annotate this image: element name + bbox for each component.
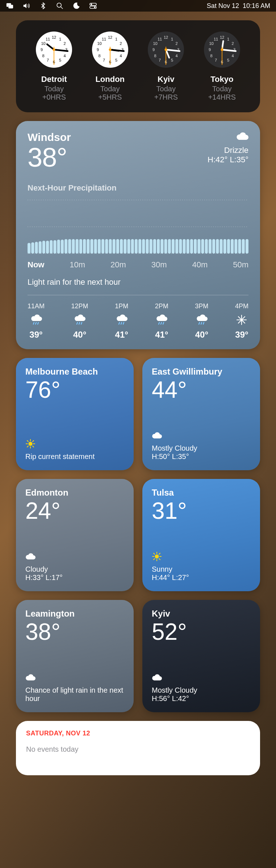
svg-rect-82	[35, 242, 38, 254]
svg-rect-111	[142, 239, 145, 254]
mission-control-icon[interactable]	[6, 2, 14, 10]
svg-line-173	[154, 553, 155, 554]
weather-card-east-gwillimbury[interactable]: East Gwillimbury 44° Mostly Cloudy H:50°…	[142, 358, 260, 470]
world-clock-kyiv: 121234567891011 KyivToday+7HRS	[138, 30, 194, 101]
card-condition: Rip current statement	[25, 452, 124, 461]
svg-text:11: 11	[214, 37, 218, 41]
svg-rect-121	[179, 239, 182, 254]
svg-line-152	[199, 322, 200, 324]
svg-text:2: 2	[64, 41, 66, 46]
svg-text:1: 1	[59, 37, 61, 41]
weather-card-melbourne-beach[interactable]: Melbourne Beach 76° Rip current statemen…	[16, 358, 134, 470]
hour-time: 12PM	[71, 302, 88, 310]
svg-line-164	[27, 441, 28, 442]
svg-text:5: 5	[227, 58, 229, 62]
weather-card-edmonton[interactable]: Edmonton 24° Cloudy H:33° L:17°	[16, 479, 134, 591]
svg-text:1: 1	[227, 37, 229, 41]
svg-rect-101	[105, 239, 108, 254]
menubar-clock[interactable]: Sat Nov 12 10:16 AM	[207, 2, 270, 10]
clock-day: Today	[138, 85, 194, 93]
svg-line-165	[33, 446, 34, 447]
svg-rect-88	[57, 240, 60, 254]
clock-day: Today	[194, 85, 250, 93]
svg-text:7: 7	[159, 58, 161, 62]
svg-text:8: 8	[98, 54, 100, 58]
volume-icon[interactable]	[22, 2, 30, 10]
svg-text:11: 11	[102, 37, 106, 41]
card-temp: 31°	[152, 499, 251, 522]
world-clock-tokyo: 121234567891011 TokyoToday+14HRS	[194, 30, 250, 101]
svg-rect-129	[209, 239, 212, 254]
card-city: Leamington	[25, 609, 124, 619]
clock-day: Today	[82, 85, 138, 93]
weather-card-kyiv[interactable]: Kyiv 52° Mostly Cloudy H:56° L:42°	[142, 600, 260, 712]
svg-rect-102	[109, 239, 112, 254]
svg-text:8: 8	[210, 54, 212, 58]
weather-card-tulsa[interactable]: Tulsa 31° Sunny H:44° L:27°	[142, 479, 260, 591]
clock-offset: +14HRS	[194, 93, 250, 101]
svg-rect-132	[219, 239, 222, 254]
svg-point-8	[94, 7, 96, 8]
cloud-icon	[25, 551, 124, 563]
svg-rect-103	[113, 239, 116, 254]
svg-rect-86	[50, 240, 53, 254]
card-temp: 44°	[152, 378, 251, 401]
svg-line-140	[33, 322, 34, 324]
svg-text:12: 12	[108, 35, 112, 39]
do-not-disturb-icon[interactable]	[72, 2, 80, 10]
svg-line-149	[159, 322, 159, 324]
svg-text:8: 8	[42, 54, 45, 58]
svg-point-6	[91, 4, 92, 5]
rain-icon	[28, 314, 45, 327]
svg-rect-94	[79, 239, 82, 254]
world-clock-london: 121234567891011 LondonToday+5HRS	[82, 30, 138, 101]
clock-offset: +5HRS	[82, 93, 138, 101]
svg-text:12: 12	[220, 35, 224, 39]
svg-text:1: 1	[115, 37, 117, 41]
precipitation-chart	[28, 198, 248, 256]
svg-text:5: 5	[171, 58, 173, 62]
svg-rect-137	[238, 239, 241, 254]
svg-text:9: 9	[152, 47, 155, 52]
calendar-date: SATURDAY, NOV 12	[26, 730, 250, 737]
card-temp: 24°	[25, 499, 124, 522]
hour-temp: 41°	[115, 330, 128, 340]
clock-offset: +7HRS	[138, 93, 194, 101]
svg-rect-92	[72, 239, 75, 254]
card-condition: Mostly Cloudy	[152, 686, 251, 694]
card-city: Kyiv	[152, 609, 251, 619]
world-clock-widget[interactable]: 121234567891011 DetroitToday+0HRS 121234…	[16, 20, 260, 112]
hour-temp: 40°	[195, 330, 208, 340]
clock-city: Kyiv	[138, 75, 194, 84]
svg-rect-80	[28, 243, 30, 254]
card-hilo: H:56° L:42°	[152, 694, 251, 703]
axis-label: 20m	[110, 260, 126, 270]
svg-line-143	[77, 322, 78, 324]
svg-rect-107	[127, 239, 130, 254]
svg-rect-99	[98, 239, 101, 254]
svg-rect-91	[68, 239, 71, 254]
card-temp: 38°	[25, 620, 124, 643]
card-condition: Cloudy	[25, 565, 124, 573]
svg-point-42	[109, 49, 111, 51]
rain-icon	[155, 314, 168, 327]
hour-time: 1PM	[115, 302, 128, 310]
calendar-widget[interactable]: SATURDAY, NOV 12 No events today	[16, 721, 260, 775]
divider	[28, 295, 248, 295]
svg-text:5: 5	[115, 58, 117, 62]
hour-temp: 40°	[71, 330, 88, 340]
svg-line-174	[159, 559, 160, 560]
weather-widget-main[interactable]: Windsor 38° Drizzle H:42° L:35° Next-Hou…	[16, 121, 260, 349]
sunny-icon	[152, 551, 251, 563]
svg-rect-109	[135, 239, 138, 254]
svg-line-153	[201, 322, 202, 324]
svg-rect-96	[87, 239, 89, 254]
svg-rect-124	[190, 239, 193, 254]
control-center-icon[interactable]	[89, 2, 97, 10]
svg-rect-93	[76, 239, 79, 254]
weather-card-leamington[interactable]: Leamington 38° Chance of light rain in t…	[16, 600, 134, 712]
svg-line-145	[81, 322, 82, 324]
bluetooth-icon[interactable]	[39, 2, 47, 10]
search-icon[interactable]	[56, 2, 64, 10]
svg-rect-136	[234, 239, 237, 254]
